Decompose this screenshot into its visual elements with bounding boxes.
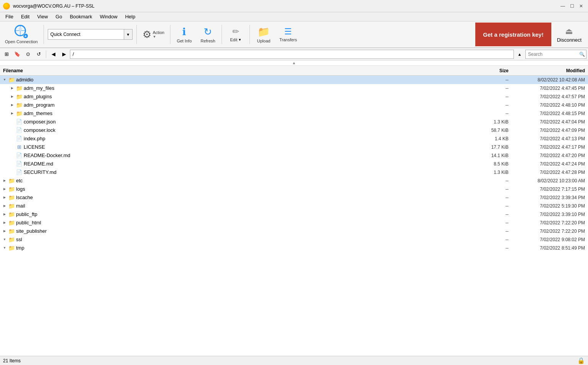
open-connection-button[interactable]: + Open Connection <box>2 23 41 46</box>
menu-file[interactable]: File <box>2 13 17 20</box>
table-row[interactable]: ▶ 📁 lscache -- 7/02/2022 3:39:34 PM <box>0 193 588 202</box>
action-dropdown-arrow: ▼ <box>153 35 156 39</box>
table-row[interactable]: 📄 composer.lock 58.7 KiB 7/02/2022 4:47:… <box>0 126 588 135</box>
menubar: File Edit View Go Bookmark Window Help <box>0 12 588 21</box>
nav-up-button[interactable]: ▲ <box>515 49 525 59</box>
table-row[interactable]: 📄 README.md 8.5 KiB 7/02/2022 4:47:24 PM <box>0 160 588 168</box>
table-row[interactable]: 📄 README-Docker.md 14.1 KiB 7/02/2022 4:… <box>0 151 588 160</box>
get-registration-key-button[interactable]: Get a registration key! <box>475 23 551 46</box>
app-icon <box>3 3 10 10</box>
table-row[interactable]: ▶ 📁 adm_plugins -- 7/02/2022 4:47:57 PM <box>0 92 588 101</box>
transfers-label: Transfers <box>279 37 297 42</box>
action-button[interactable]: ⚙ Action ▼ <box>139 23 168 46</box>
file-header: Filename Size Modified <box>0 66 588 76</box>
expand-down-icon[interactable]: ▼ <box>2 246 8 250</box>
expand-right-icon[interactable]: ▶ <box>2 221 8 224</box>
nav-refresh-small-icon[interactable]: ↺ <box>34 49 44 59</box>
menu-help[interactable]: Help <box>121 13 139 20</box>
minimize-button[interactable]: — <box>559 2 567 10</box>
expand-right-icon[interactable]: ▶ <box>9 112 15 115</box>
expand-right-icon[interactable]: ▶ <box>2 229 8 233</box>
file-name: adm_plugins <box>23 94 473 99</box>
file-name: ssl <box>15 237 473 242</box>
get-info-label: Get Info <box>177 39 192 43</box>
table-row[interactable]: ▶ 📁 logs -- 7/02/2022 7:17:15 PM <box>0 185 588 193</box>
toolbar-sep-3 <box>170 25 170 44</box>
table-row[interactable]: ▶ 📁 mail -- 7/02/2022 5:19:30 PM <box>0 202 588 210</box>
file-list[interactable]: ▼ 📁 admidio -- 8/02/2022 10:42:08 AM ▶ 📁… <box>0 76 588 356</box>
table-row[interactable]: ▼ 📁 ssl -- 7/02/2022 9:08:02 PM <box>0 235 588 244</box>
col-size-header[interactable]: Size <box>473 68 512 73</box>
menu-bookmark[interactable]: Bookmark <box>66 13 96 20</box>
quick-connect-arrow[interactable]: ▼ <box>124 29 133 40</box>
get-info-button[interactable]: ℹ Get Info <box>173 23 196 46</box>
table-row[interactable]: ▶ 📁 adm_my_files -- 7/02/2022 4:47:45 PM <box>0 84 588 92</box>
expand-right-icon[interactable]: ▶ <box>2 179 8 182</box>
file-name: mail <box>15 203 473 209</box>
menu-go[interactable]: Go <box>52 13 66 20</box>
table-row[interactable]: 📄 composer.json 1.3 KiB 7/02/2022 4:47:0… <box>0 118 588 126</box>
file-name: admidio <box>15 77 473 83</box>
search-input[interactable] <box>525 50 586 59</box>
file-modified: 7/02/2022 4:47:17 PM <box>512 144 588 150</box>
table-row[interactable]: ⊞ LICENSE 17.7 KiB 7/02/2022 4:47:17 PM <box>0 143 588 151</box>
table-row[interactable]: ▶ 📁 adm_program -- 7/02/2022 4:48:10 PM <box>0 101 588 109</box>
expand-right-icon[interactable]: ▶ <box>9 95 15 98</box>
expand-right-icon[interactable]: ▶ <box>2 187 8 191</box>
refresh-button[interactable]: ↻ Refresh <box>196 23 219 46</box>
upload-button[interactable]: 📁 Upload <box>252 23 275 46</box>
quick-connect-dropdown[interactable]: ▼ <box>48 29 133 40</box>
file-browser: ▲ Filename Size Modified ▼ 📁 admidio -- … <box>0 60 588 356</box>
expand-right-icon[interactable]: ▶ <box>2 204 8 208</box>
nav-list-icon[interactable]: ⊞ <box>2 49 11 59</box>
edit-button[interactable]: ✏ Edit ▼ <box>224 23 247 46</box>
table-row[interactable]: ▶ 📁 public_ftp -- 7/02/2022 3:39:10 PM <box>0 210 588 219</box>
transfers-button[interactable]: ☰ Transfers <box>276 23 300 46</box>
file-name: public_html <box>15 220 473 225</box>
refresh-icon: ↻ <box>204 26 212 38</box>
transfers-icon: ☰ <box>284 27 292 37</box>
expand-right-icon[interactable]: ▶ <box>9 86 15 90</box>
nav-back-button[interactable]: ◀ <box>49 49 58 59</box>
table-row[interactable]: 📄 index.php 1.4 KB 7/02/2022 4:47:13 PM <box>0 135 588 143</box>
table-row[interactable]: ▶ 📁 public_html -- 7/02/2022 7:22:20 PM <box>0 219 588 227</box>
file-icon: 📄 <box>15 161 23 167</box>
file-name: etc <box>15 178 473 183</box>
table-row[interactable]: ▶ 📁 etc -- 8/02/2022 10:23:00 AM <box>0 177 588 185</box>
disconnect-button[interactable]: ⏏ Disconnect <box>552 23 586 46</box>
table-row[interactable]: 📄 SECURITY.md 1.3 KiB 7/02/2022 4:47:28 … <box>0 168 588 177</box>
file-size: -- <box>473 77 512 83</box>
file-size: -- <box>473 229 512 234</box>
expand-down-icon[interactable]: ▼ <box>2 238 8 241</box>
table-row[interactable]: ▶ 📁 site_publisher -- 7/02/2022 7:22:20 … <box>0 227 588 235</box>
expand-right-icon[interactable]: ▶ <box>2 213 8 216</box>
menu-window[interactable]: Window <box>96 13 121 20</box>
table-row[interactable]: ▶ 📁 adm_themes -- 7/02/2022 4:48:15 PM <box>0 109 588 118</box>
col-modified-header[interactable]: Modified <box>512 68 588 73</box>
file-name: README-Docker.md <box>23 152 473 158</box>
menu-view[interactable]: View <box>33 13 52 20</box>
edit-dropdown-arrow: ▼ <box>238 38 241 42</box>
file-modified: 7/02/2022 7:22:20 PM <box>512 229 588 234</box>
file-name: adm_themes <box>23 110 473 116</box>
col-filename-header[interactable]: Filename <box>0 68 473 73</box>
nav-forward-button[interactable]: ▶ <box>59 49 69 59</box>
nav-history-icon[interactable]: ⊙ <box>23 49 33 59</box>
info-icon: ℹ <box>182 26 186 38</box>
table-row[interactable]: ▼ 📁 admidio -- 8/02/2022 10:42:08 AM <box>0 76 588 84</box>
expand-right-icon[interactable]: ▶ <box>9 103 15 107</box>
expand-down-icon[interactable]: ▼ <box>2 78 8 81</box>
folder-icon: 📁 <box>15 102 23 108</box>
lock-icon: 🔒 <box>577 357 585 364</box>
file-size: -- <box>473 102 512 108</box>
close-button[interactable]: ✕ <box>577 2 585 10</box>
path-input[interactable] <box>70 50 514 59</box>
maximize-button[interactable]: ☐ <box>568 2 576 10</box>
file-name: LICENSE <box>23 144 473 150</box>
expand-right-icon[interactable]: ▶ <box>2 196 8 199</box>
quick-connect-input[interactable] <box>48 29 124 40</box>
table-row[interactable]: ▼ 📁 tmp -- 7/02/2022 8:51:49 PM <box>0 244 588 252</box>
nav-bookmark-icon[interactable]: 🔖 <box>12 49 22 59</box>
file-name: tmp <box>15 245 473 251</box>
menu-edit[interactable]: Edit <box>17 13 33 20</box>
